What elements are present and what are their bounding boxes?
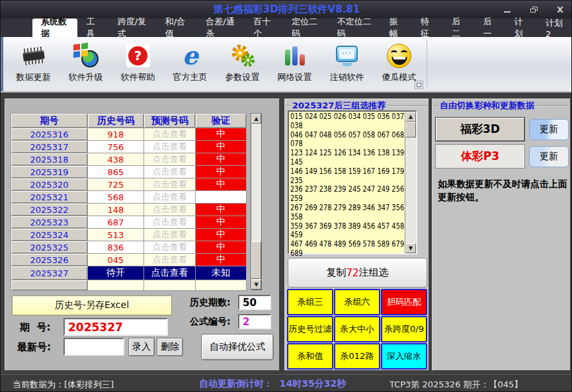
toolbar-button-data-update[interactable]: 数据更新 xyxy=(7,39,60,89)
periods-input[interactable]: 50 xyxy=(238,295,271,310)
cell-issue[interactable]: 2025323 xyxy=(11,216,88,229)
cell-verify: 中 xyxy=(196,229,247,241)
toolbar-button-homepage[interactable]: e 官方主页 xyxy=(164,39,216,89)
tab-合差/通杀[interactable]: 合差/通杀 xyxy=(197,19,245,37)
tab-定位二码[interactable]: 定位二码 xyxy=(283,19,328,37)
tab-后一[interactable]: 后一 xyxy=(475,19,506,37)
cell-num xyxy=(88,280,144,291)
cell-view[interactable]: 点击查看 xyxy=(144,166,196,178)
table-row: 2025322148点击查看中 xyxy=(11,204,247,216)
toolbar-label: 傻瓜模式 xyxy=(382,71,417,83)
tab-后二[interactable]: 后二 xyxy=(443,19,474,37)
toolbar-button-network[interactable]: 网络设置 xyxy=(268,39,321,89)
bars-icon xyxy=(280,42,310,69)
cell-view[interactable]: 点击查看 xyxy=(144,241,196,254)
cell-issue[interactable]: 2025327 xyxy=(11,266,88,280)
cell-view[interactable]: 点击查看 xyxy=(144,141,196,153)
tab-计划[interactable]: 计划 xyxy=(506,19,537,37)
cell-issue[interactable]: 2025318 xyxy=(11,153,88,166)
tab-特征[interactable]: 特征 xyxy=(412,19,443,37)
col-header-issue[interactable]: 期号 xyxy=(11,114,88,128)
minimize-button[interactable] xyxy=(499,4,516,16)
tab-不定位二码[interactable]: 不定位二码 xyxy=(329,19,381,37)
col-header-number[interactable]: 历史号码 xyxy=(88,114,144,128)
filter-button-深入缩水[interactable]: 深入缩水 xyxy=(381,343,427,370)
cell-view[interactable]: 点击查看 xyxy=(144,254,196,266)
save-excel-button[interactable]: 历史号-另存Excel xyxy=(12,295,172,315)
table-row: 2025324513点击查看中 xyxy=(11,229,247,241)
cell-issue[interactable]: 2025324 xyxy=(11,229,88,241)
cell-view[interactable]: 点击查看 xyxy=(144,266,196,280)
tab-计划2[interactable]: 计划2 xyxy=(537,19,572,37)
cell-view[interactable]: 点击查看 xyxy=(144,178,196,191)
cell-view[interactable]: 点击查看 xyxy=(144,191,196,204)
cell-issue xyxy=(11,280,88,291)
numbers-box[interactable]: 015 024 025 026 034 035 036 037 038 046 … xyxy=(288,110,417,255)
scroll-up-icon[interactable]: ▲ xyxy=(251,114,261,124)
cell-view[interactable]: 点击查看 xyxy=(144,229,196,241)
scrollbar-thumb[interactable] xyxy=(405,122,416,137)
history-table-body: 2025316918点击查看中2025317756点击查看中2025318438… xyxy=(11,128,247,291)
update-tcp3-button[interactable]: 更新 xyxy=(529,146,569,167)
toolbar-button-software-upgrade[interactable]: 软件升级 xyxy=(60,39,112,89)
delete-button[interactable]: 删除 xyxy=(157,338,183,356)
numbers-scrollbar[interactable]: ▲ ▼ xyxy=(405,112,416,253)
dialog-launcher-icon[interactable] xyxy=(415,81,423,89)
filter-button-杀和值[interactable]: 杀和值 xyxy=(287,343,333,370)
cell-view[interactable]: 点击查看 xyxy=(144,216,196,229)
scrollbar-thumb[interactable] xyxy=(251,241,261,279)
col-header-predict[interactable]: 预测号码 xyxy=(144,114,196,128)
upgrade-icon xyxy=(71,42,101,69)
filter-button-杀组六[interactable]: 杀组六 xyxy=(334,289,380,315)
cell-view[interactable]: 点击查看 xyxy=(144,153,196,166)
cell-issue[interactable]: 2025320 xyxy=(11,178,88,191)
filter-button-杀跨度0/9[interactable]: 杀跨度0/9 xyxy=(381,316,427,342)
tab-百十个[interactable]: 百十个 xyxy=(245,19,283,37)
copy-suffix: 注组选 xyxy=(359,266,389,279)
latest-number-input[interactable] xyxy=(63,338,124,356)
toolbar-button-logout[interactable]: 注销软件 xyxy=(321,39,373,89)
filter-button-杀012路[interactable]: 杀012路 xyxy=(334,343,380,370)
history-scrollbar[interactable]: ▲ ▼ xyxy=(251,113,262,290)
restore-icon xyxy=(530,7,538,13)
tcp3-button[interactable]: 体彩P3 xyxy=(435,144,525,169)
restore-button[interactable] xyxy=(525,4,542,16)
tab-工具[interactable]: 工具 xyxy=(77,19,108,37)
cell-issue[interactable]: 2025316 xyxy=(11,128,88,141)
cell-issue[interactable]: 2025325 xyxy=(11,241,88,254)
copy-72-button[interactable]: 复制72注组选 xyxy=(288,258,427,288)
tab-系统数据[interactable]: 系统数据 xyxy=(32,19,77,37)
cell-view[interactable]: 点击查看 xyxy=(144,128,196,141)
update-fc3d-button[interactable]: 更新 xyxy=(529,119,569,140)
cell-issue[interactable]: 2025319 xyxy=(11,166,88,178)
cell-num: 待开 xyxy=(88,266,144,280)
toolbar-button-settings[interactable]: 参数设置 xyxy=(216,39,268,89)
cell-num: 568 xyxy=(88,191,144,204)
cell-issue[interactable]: 2025322 xyxy=(11,204,88,216)
filter-button-胆码匹配[interactable]: 胆码匹配 xyxy=(381,289,427,315)
tab-和/合值[interactable]: 和/合值 xyxy=(157,19,197,37)
tab-跨度/复式[interactable]: 跨度/复式 xyxy=(109,19,157,37)
formula-input[interactable]: 2 xyxy=(238,314,271,329)
cell-num: 756 xyxy=(88,141,144,153)
toolbar-button-help[interactable]: ? 软件帮助 xyxy=(112,39,164,89)
enter-button[interactable]: 录入 xyxy=(128,338,155,356)
scroll-up-icon[interactable]: ▲ xyxy=(405,112,416,122)
fc3d-button[interactable]: 福彩3D xyxy=(435,117,525,141)
cell-issue[interactable]: 2025317 xyxy=(11,141,88,153)
issue-input[interactable]: 2025327 xyxy=(63,318,168,336)
col-header-verify[interactable]: 验证 xyxy=(196,114,247,128)
cell-issue[interactable]: 2025321 xyxy=(11,191,88,204)
table-row: 2025321568点击查看 xyxy=(11,191,247,204)
filter-button-历史号过滤[interactable]: 历史号过滤 xyxy=(287,316,333,342)
close-button[interactable]: X xyxy=(552,4,569,16)
cell-view[interactable]: 点击查看 xyxy=(144,204,196,216)
tab-振幅[interactable]: 振幅 xyxy=(381,19,412,37)
filter-button-杀组三[interactable]: 杀组三 xyxy=(287,289,333,315)
scroll-down-icon[interactable]: ▼ xyxy=(405,243,416,253)
auto-formula-button[interactable]: 自动择优公式 xyxy=(201,334,274,360)
window-controls: X xyxy=(499,1,569,19)
scroll-down-icon[interactable]: ▼ xyxy=(251,280,261,290)
cell-issue[interactable]: 2025326 xyxy=(11,254,88,266)
filter-button-杀大中小[interactable]: 杀大中小 xyxy=(334,316,380,342)
